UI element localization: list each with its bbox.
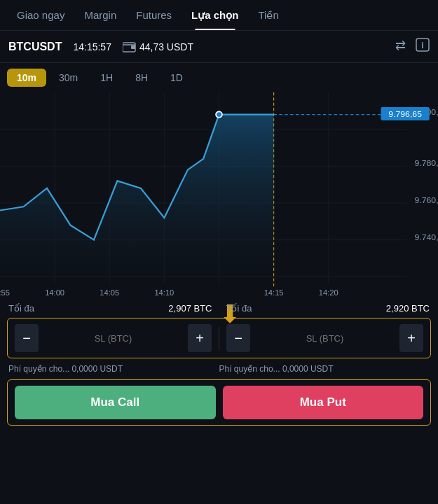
time-tabs: 10m 30m 1H 8H 1D <box>0 63 438 92</box>
nav-item-futures[interactable]: Futures <box>126 0 182 30</box>
svg-marker-19 <box>0 115 274 284</box>
fee-label-left: Phí quyền cho... <box>8 364 69 374</box>
chart-svg: 9.800,00 9.780,00 9.760,00 9.740,00 13:5… <box>0 92 438 299</box>
svg-text:14:20: 14:20 <box>319 288 338 297</box>
nav-item-lua-chon[interactable]: Lựa chọn <box>182 0 248 30</box>
max-value-1: 2,907 BTC <box>34 303 226 314</box>
tab-1d[interactable]: 1D <box>160 69 193 87</box>
wallet-icon <box>123 41 137 52</box>
fee-item-right: Phí quyền cho... 0,0000 USDT <box>219 364 430 374</box>
timestamp: 14:15:57 <box>73 41 111 52</box>
tab-8h[interactable]: 8H <box>125 69 158 87</box>
tab-1h[interactable]: 1H <box>90 69 123 87</box>
buy-put-button[interactable]: Mua Put <box>223 386 424 419</box>
fee-label-right: Phí quyền cho... <box>219 364 280 374</box>
top-navigation: Giao ngay Margin Futures Lựa chọn Tiền <box>0 0 438 31</box>
max-value-2: 2,920 BTC <box>252 303 430 314</box>
minus-button-right[interactable]: − <box>226 324 250 352</box>
buy-call-button[interactable]: Mua Call <box>15 386 216 419</box>
max-row: Tối đa 2,907 BTC Tối đa 2,920 BTC <box>0 302 438 315</box>
input-group-right: − + <box>226 324 423 352</box>
tab-10m[interactable]: 10m <box>7 69 46 87</box>
minus-button-left[interactable]: − <box>15 324 39 352</box>
svg-text:14:00: 14:00 <box>45 288 64 297</box>
nav-item-giao-ngay[interactable]: Giao ngay <box>7 0 74 30</box>
header-bar: BTCUSDT 14:15:57 44,73 USDT ⇄ i <box>0 31 438 63</box>
balance: 44,73 USDT <box>139 41 193 52</box>
action-row: Mua Call Mua Put <box>7 379 431 426</box>
plus-button-left[interactable]: + <box>188 324 212 352</box>
pair-name: BTCUSDT <box>8 41 62 53</box>
svg-text:14:05: 14:05 <box>100 288 119 297</box>
tab-30m[interactable]: 30m <box>49 69 88 87</box>
input-group-left: − + <box>15 324 212 352</box>
chart-container: 9.800,00 9.780,00 9.760,00 9.740,00 13:5… <box>0 92 438 299</box>
max-label-1: Tối đa <box>8 303 34 314</box>
chart-section: 10m 30m 1H 8H 1D <box>0 63 438 299</box>
svg-text:9.780,00: 9.780,00 <box>415 159 438 169</box>
svg-text:14:15: 14:15 <box>264 288 284 297</box>
fee-value-right: 0,0000 USDT <box>282 364 334 374</box>
divider <box>219 327 219 349</box>
svg-text:i: i <box>421 41 423 50</box>
plus-button-right[interactable]: + <box>399 324 423 352</box>
transfer-icon[interactable]: ⇄ <box>395 38 406 55</box>
header-actions: ⇄ i <box>395 38 430 55</box>
svg-text:13:55: 13:55 <box>0 288 10 297</box>
svg-rect-1 <box>131 46 135 49</box>
sl-input-left[interactable] <box>41 333 185 344</box>
svg-text:9.740,00: 9.740,00 <box>415 232 438 242</box>
wallet-info: 44,73 USDT <box>123 41 193 52</box>
sl-input-right[interactable] <box>253 333 397 344</box>
info-icon[interactable]: i <box>416 38 430 55</box>
nav-item-margin[interactable]: Margin <box>74 0 126 30</box>
fee-value-left: 0,0000 USDT <box>71 364 123 374</box>
fee-item-left: Phí quyền cho... 0,0000 USDT <box>8 364 219 374</box>
svg-text:9.760,00: 9.760,00 <box>415 195 438 205</box>
fee-row: Phí quyền cho... 0,0000 USDT Phí quyền c… <box>0 361 438 377</box>
svg-point-20 <box>216 111 222 117</box>
svg-text:9.796,65: 9.796,65 <box>388 109 422 119</box>
max-label-2: Tối đa <box>226 303 252 314</box>
nav-item-tien[interactable]: Tiền <box>248 0 288 30</box>
svg-text:14:10: 14:10 <box>154 288 174 297</box>
info-svg: i <box>416 38 430 52</box>
